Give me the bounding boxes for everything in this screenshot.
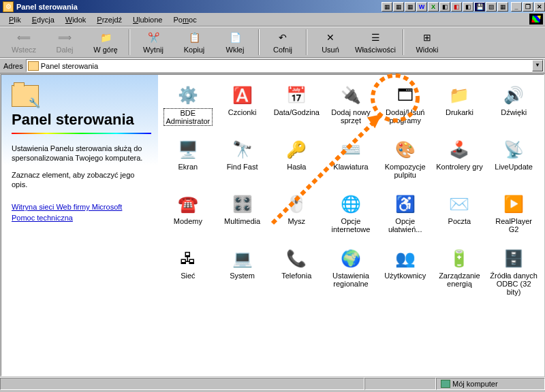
maximize-button[interactable]: ❐ bbox=[523, 2, 533, 12]
icon-grid: ⚙️BDE Administrator🅰️Czcionki📅Data/Godzi… bbox=[158, 75, 544, 376]
czcionki-icon: 🅰️ bbox=[232, 84, 253, 106]
icon-label: Sieć bbox=[180, 272, 196, 280]
icon-label: Ustawienia regionalne bbox=[326, 272, 375, 288]
divider bbox=[12, 133, 151, 134]
address-value: Panel sterowania bbox=[41, 62, 98, 70]
icon-label: Find Fast bbox=[226, 163, 259, 171]
opcje-internetowe-icon: 🌐 bbox=[340, 193, 362, 215]
tray-icon[interactable]: ▦ bbox=[497, 2, 508, 12]
forward-arrow-icon: ⟹ bbox=[58, 31, 72, 44]
menu-ulubione[interactable]: Ulubione bbox=[128, 14, 167, 25]
uzytkownicy-icon: 👥 bbox=[394, 248, 416, 270]
tray-icon[interactable]: ◧ bbox=[439, 2, 450, 12]
cp-icon-find-fast[interactable]: 🔭Find Fast bbox=[215, 136, 270, 191]
cp-icon-zarzadzanie-energia[interactable]: 🔋Zarządzanie energią bbox=[433, 245, 487, 299]
address-field[interactable]: Panel sterowania ▼ bbox=[26, 59, 544, 72]
zrodla-odbc-icon: 🗄️ bbox=[503, 248, 525, 270]
icon-label: Kontrolery gry bbox=[435, 163, 483, 171]
cp-icon-dodaj-usun-programy[interactable]: 🗔Dodaj/Usuń programy bbox=[378, 82, 433, 136]
label: Wstecz bbox=[12, 46, 36, 54]
label: Wklej bbox=[226, 46, 245, 54]
cp-icon-dodaj-sprzet[interactable]: 🔌Dodaj nowy sprzęt bbox=[324, 82, 378, 136]
icon-label: Dodaj nowy sprzęt bbox=[326, 108, 375, 125]
tray-icon[interactable]: ▦ bbox=[393, 2, 404, 12]
tray-word-icon[interactable]: W bbox=[416, 2, 427, 12]
cp-icon-telefonia[interactable]: 📞Telefonia bbox=[269, 245, 324, 299]
cp-icon-opcje-ulatwien[interactable]: ♿Opcje ułatwień... bbox=[378, 191, 433, 245]
cp-icon-ustawienia-regionalne[interactable]: 🌍Ustawienia regionalne bbox=[324, 245, 378, 299]
properties-button[interactable]: ☰Właściwości bbox=[351, 28, 400, 56]
cp-icon-drukarki[interactable]: 📁Drukarki bbox=[433, 82, 487, 136]
undo-button[interactable]: ↶Cofnij bbox=[262, 28, 303, 56]
cp-icon-multimedia[interactable]: 🎛️Multimedia bbox=[215, 191, 270, 245]
pane-desc1: Ustawienia Panelu sterowania służą do sp… bbox=[12, 144, 151, 163]
undo-icon: ↶ bbox=[276, 31, 290, 44]
cp-icon-liveupdate[interactable]: 📡LiveUpdate bbox=[486, 136, 541, 191]
tray-excel-icon[interactable]: X bbox=[428, 2, 439, 12]
menu-plik[interactable]: Plik bbox=[4, 14, 26, 25]
label: Usuń bbox=[322, 46, 339, 54]
status-right: Mój komputer bbox=[436, 378, 545, 390]
label: Dalej bbox=[56, 46, 73, 54]
separator bbox=[258, 29, 260, 55]
views-button[interactable]: ⊞Widoki bbox=[407, 28, 448, 56]
cp-icon-poczta[interactable]: ✉️Poczta bbox=[433, 191, 487, 245]
cp-icon-system[interactable]: 💻System bbox=[215, 245, 270, 299]
icon-label: Czcionki bbox=[228, 108, 258, 116]
icon-label: Kompozycje pulpitu bbox=[381, 163, 430, 179]
forward-button[interactable]: ⟹Dalej bbox=[44, 28, 85, 56]
copy-button[interactable]: 📋Kopiuj bbox=[174, 28, 215, 56]
kontrolery-gry-icon: 🕹️ bbox=[448, 139, 470, 161]
back-button[interactable]: ⟸Wstecz bbox=[3, 28, 44, 56]
cp-icon-czcionki[interactable]: 🅰️Czcionki bbox=[215, 82, 270, 136]
dzwieki-icon: 🔊 bbox=[503, 84, 525, 106]
cp-icon-dzwieki[interactable]: 🔊Dźwięki bbox=[486, 82, 541, 136]
cp-icon-opcje-internetowe[interactable]: 🌐Opcje internetowe bbox=[324, 191, 378, 245]
paste-button[interactable]: 📄Wklej bbox=[215, 28, 255, 56]
cp-icon-klawiatura[interactable]: ⌨️Klawiatura bbox=[324, 136, 378, 191]
cp-icon-mysz[interactable]: 🖱️Mysz bbox=[269, 191, 324, 245]
close-button[interactable]: ✕ bbox=[534, 2, 545, 12]
tray-icon[interactable]: ▨ bbox=[486, 2, 497, 12]
cp-icon-bde-administrator[interactable]: ⚙️BDE Administrator bbox=[161, 82, 215, 136]
cp-icon-uzytkownicy[interactable]: 👥Użytkownicy bbox=[378, 245, 433, 299]
cp-icon-ekran[interactable]: 🖥️Ekran bbox=[161, 136, 215, 191]
cut-button[interactable]: ✂️Wytnij bbox=[133, 28, 174, 56]
up-button[interactable]: 📁W górę bbox=[85, 28, 126, 56]
cp-icon-zrodla-odbc[interactable]: 🗄️Źródła danych ODBC (32 bity) bbox=[486, 245, 541, 299]
cp-icon-modemy[interactable]: ☎️Modemy bbox=[161, 191, 215, 245]
status-text: Mój komputer bbox=[452, 380, 498, 388]
menu-edycja[interactable]: Edycja bbox=[27, 14, 59, 25]
minimize-button[interactable]: _ bbox=[511, 2, 522, 12]
cp-icon-kompozycje-pulpitu[interactable]: 🎨Kompozycje pulpitu bbox=[378, 136, 433, 191]
systray-icons: ▦ ▦ ▦ W X ◧ ◧ ◧ 💾 ▨ ▦ bbox=[382, 2, 508, 12]
label: Kopiuj bbox=[184, 46, 205, 54]
cp-icon-realplayer[interactable]: ▶️RealPlayer G2 bbox=[486, 191, 541, 245]
menu-pomoc[interactable]: Pomoc bbox=[168, 14, 201, 25]
tray-icon[interactable]: ◧ bbox=[451, 2, 462, 12]
address-label: Adres bbox=[3, 62, 23, 70]
properties-icon: ☰ bbox=[369, 31, 382, 44]
back-arrow-icon: ⟸ bbox=[17, 31, 31, 44]
modemy-icon: ☎️ bbox=[177, 193, 199, 215]
content-area: Panel sterowania Ustawienia Panelu stero… bbox=[1, 74, 544, 376]
multimedia-icon: 🎛️ bbox=[232, 193, 253, 215]
delete-button[interactable]: ✕Usuń bbox=[310, 28, 351, 56]
cp-icon-kontrolery-gry[interactable]: 🕹️Kontrolery gry bbox=[433, 136, 487, 191]
tray-icon[interactable]: ▦ bbox=[405, 2, 416, 12]
tray-icon[interactable]: ▦ bbox=[382, 2, 392, 12]
link-microsoft-web[interactable]: Witryna sieci Web firmy Microsoft bbox=[12, 203, 151, 211]
link-tech-support[interactable]: Pomoc techniczna bbox=[12, 214, 151, 222]
cp-icon-data-godzina[interactable]: 📅Data/Godzina bbox=[269, 82, 324, 136]
tray-icon[interactable]: ◧ bbox=[463, 2, 473, 12]
tray-icon[interactable]: 💾 bbox=[474, 2, 485, 12]
menubar: Plik Edycja Widok Przejdź Ulubione Pomoc bbox=[0, 13, 545, 27]
icon-label: Ekran bbox=[177, 163, 198, 171]
menu-przejdz[interactable]: Przejdź bbox=[92, 14, 127, 25]
menu-widok[interactable]: Widok bbox=[61, 14, 91, 25]
address-dropdown[interactable]: ▼ bbox=[532, 60, 543, 71]
window-title: Panel sterowania bbox=[16, 3, 382, 11]
copy-icon: 📋 bbox=[187, 31, 201, 44]
cp-icon-hasla[interactable]: 🔑Hasła bbox=[269, 136, 324, 191]
cp-icon-siec[interactable]: 🖧Sieć bbox=[161, 245, 215, 299]
